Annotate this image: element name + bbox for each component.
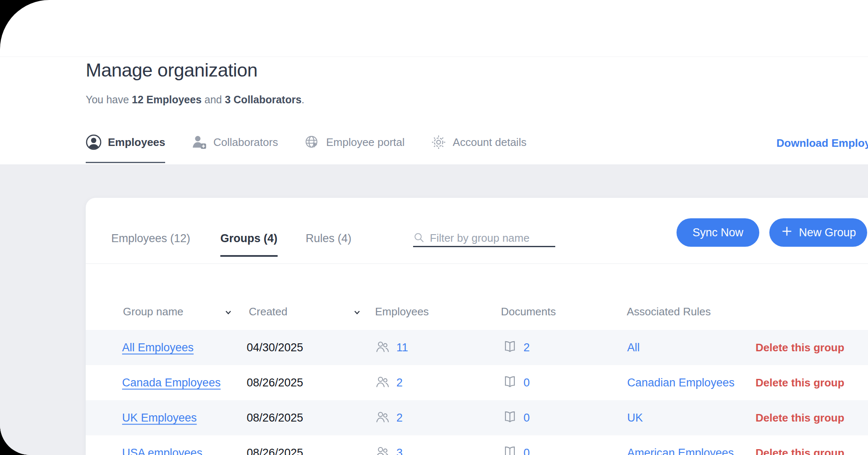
chevron-down-icon[interactable] bbox=[353, 308, 361, 318]
subtitle-employees-count: 12 Employees bbox=[132, 94, 202, 105]
person-circle-icon bbox=[86, 134, 102, 150]
subtitle-period: . bbox=[301, 94, 304, 105]
group-filter bbox=[413, 230, 555, 247]
associated-rule-link[interactable]: Canadian Employees bbox=[627, 376, 735, 389]
table-header: Group name Created Employees Documents A… bbox=[86, 263, 868, 330]
sync-now-button[interactable]: Sync Now bbox=[677, 218, 759, 247]
users-icon bbox=[375, 411, 390, 425]
tab-employee-portal[interactable]: Employee portal bbox=[304, 130, 405, 154]
table-row: UK Employees 08/26/2025 2 0 UK Delete th… bbox=[86, 400, 868, 435]
column-employees: Employees bbox=[375, 305, 429, 318]
document-count-link[interactable]: 0 bbox=[523, 412, 530, 424]
groups-card: Employees (12) Groups (4) Rules (4) Sync… bbox=[86, 198, 868, 455]
book-icon bbox=[503, 376, 517, 390]
group-name-link[interactable]: USA employees bbox=[122, 447, 202, 455]
new-group-label: New Group bbox=[799, 226, 856, 239]
table-row: USA employees 08/26/2025 3 0 American Em… bbox=[86, 435, 868, 455]
header-divider bbox=[0, 56, 868, 57]
associated-rule-link[interactable]: American Employees bbox=[627, 447, 734, 455]
search-icon bbox=[413, 232, 425, 245]
book-icon bbox=[503, 341, 517, 355]
employee-count-link[interactable]: 2 bbox=[396, 376, 403, 389]
tab-rules[interactable]: Rules (4) bbox=[306, 232, 352, 257]
column-documents: Documents bbox=[501, 305, 556, 318]
created-date: 08/26/2025 bbox=[247, 376, 303, 389]
gear-icon bbox=[431, 134, 447, 150]
created-date: 04/30/2025 bbox=[247, 341, 303, 354]
employee-count-link[interactable]: 2 bbox=[396, 412, 403, 424]
page-subtitle: You have 12 Employees and 3 Collaborator… bbox=[86, 94, 304, 106]
tab-employees-label: Employees bbox=[108, 136, 165, 149]
associated-rule-link[interactable]: All bbox=[627, 341, 640, 354]
app-window: Manage organization You have 12 Employee… bbox=[0, 0, 868, 455]
book-icon bbox=[503, 446, 517, 455]
delete-group-link[interactable]: Delete this group bbox=[756, 447, 844, 455]
users-icon bbox=[375, 340, 390, 355]
globe-icon bbox=[304, 134, 320, 150]
employee-count-link[interactable]: 11 bbox=[396, 341, 408, 354]
associated-rule-link[interactable]: UK bbox=[627, 412, 643, 424]
book-icon bbox=[503, 411, 517, 425]
document-count-link[interactable]: 0 bbox=[523, 447, 530, 455]
document-count-link[interactable]: 0 bbox=[523, 376, 530, 389]
table-row: Canada Employees 08/26/2025 2 0 Canadian… bbox=[86, 365, 868, 400]
tab-employees-count[interactable]: Employees (12) bbox=[111, 232, 190, 257]
tab-account-details[interactable]: Account details bbox=[431, 130, 526, 154]
tab-groups[interactable]: Groups (4) bbox=[220, 232, 278, 257]
filter-input[interactable] bbox=[430, 232, 570, 245]
document-count-link[interactable]: 2 bbox=[523, 341, 530, 354]
group-name-link[interactable]: All Employees bbox=[122, 341, 194, 354]
delete-group-link[interactable]: Delete this group bbox=[756, 341, 844, 354]
download-employees-link[interactable]: Download Employees bbox=[776, 137, 868, 150]
chevron-down-icon[interactable] bbox=[224, 308, 232, 318]
column-group-name: Group name bbox=[123, 305, 184, 318]
tab-employees[interactable]: Employees bbox=[86, 130, 165, 154]
tab-account-details-label: Account details bbox=[453, 136, 526, 149]
created-date: 08/26/2025 bbox=[247, 412, 303, 424]
main-nav-tabs: Employees Collaborators Employee portal bbox=[86, 130, 526, 154]
group-name-link[interactable]: Canada Employees bbox=[122, 376, 221, 389]
tab-collaborators[interactable]: Collaborators bbox=[191, 130, 278, 154]
page-title: Manage organization bbox=[86, 59, 258, 81]
group-name-link[interactable]: UK Employees bbox=[122, 412, 197, 424]
table-row: All Employees 04/30/2025 11 2 All Delete… bbox=[86, 330, 868, 365]
users-icon bbox=[375, 446, 390, 455]
column-created: Created bbox=[249, 305, 288, 318]
person-plus-icon bbox=[191, 134, 207, 150]
delete-group-link[interactable]: Delete this group bbox=[756, 376, 844, 389]
content-background: Employees (12) Groups (4) Rules (4) Sync… bbox=[0, 164, 868, 455]
new-group-button[interactable]: New Group bbox=[769, 218, 867, 247]
plus-icon bbox=[781, 225, 793, 240]
app-surface: Manage organization You have 12 Employee… bbox=[0, 0, 868, 455]
created-date: 08/26/2025 bbox=[247, 447, 303, 455]
tab-employee-portal-label: Employee portal bbox=[326, 136, 405, 149]
tab-collaborators-label: Collaborators bbox=[213, 136, 278, 149]
subtitle-and: and bbox=[204, 94, 222, 105]
delete-group-link[interactable]: Delete this group bbox=[756, 412, 844, 424]
users-icon bbox=[375, 376, 390, 390]
subtitle-collaborators-count: 3 Collaborators bbox=[225, 94, 301, 105]
column-associated-rules: Associated Rules bbox=[627, 305, 711, 318]
employee-count-link[interactable]: 3 bbox=[396, 447, 403, 455]
subtitle-prefix: You have bbox=[86, 94, 129, 105]
